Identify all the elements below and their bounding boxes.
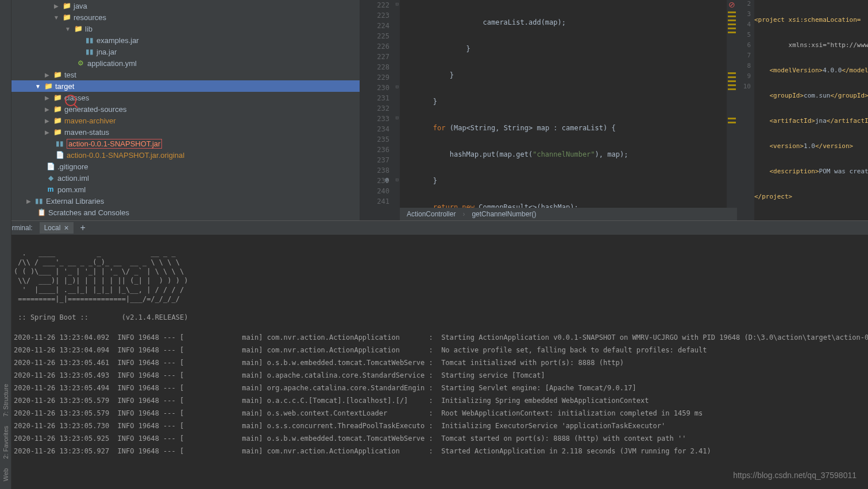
folder-icon: 📁 (53, 116, 62, 125)
tree-examples-jar[interactable]: ▮▮examples.jar (11, 34, 360, 46)
tab-favorites[interactable]: 2: Favorites (1, 422, 10, 462)
editor-minimap[interactable]: ⊘ (727, 0, 737, 220)
folder-icon: 📁 (74, 24, 83, 33)
log-line: 2020-11-26 13:23:05.461 INFO 19648 --- [… (14, 356, 866, 369)
watermark: https://blog.csdn.net/qq_37598011 (733, 471, 857, 480)
tree-action-iml[interactable]: ◆action.iml (11, 172, 360, 184)
maven-icon: m (46, 185, 55, 194)
tree-target[interactable]: ▼📁target (11, 80, 360, 92)
file-icon: 📄 (55, 150, 64, 160)
file-icon: 📄 (46, 162, 55, 171)
log-line: 2020-11-26 13:23:05.579 INFO 19648 --- [… (14, 407, 866, 420)
tree-maven-archiver[interactable]: ▶📁maven-archiver (11, 115, 360, 126)
terminal-output[interactable]: . ____ _ __ _ _ /\\ / ___'_ __ _ _(_)_ _… (0, 235, 868, 478)
folder-icon: 📁 (53, 93, 62, 102)
yml-icon: ⚙ (76, 59, 85, 68)
log-line: 2020-11-26 13:23:05.927 INFO 19648 --- [… (14, 445, 866, 457)
error-indicator-icon: ⊘ (727, 0, 737, 9)
tree-gitignore[interactable]: 📄.gitignore (11, 161, 360, 172)
terminal-panel: Terminal: Local × + . ____ _ __ _ _ /\\ … (0, 220, 868, 489)
log-line: 2020-11-26 13:23:05.730 INFO 19648 --- [… (14, 420, 866, 432)
tree-maven-status[interactable]: ▶📁maven-status (11, 126, 360, 138)
tree-resources[interactable]: ▼📁resources (11, 11, 360, 23)
log-line: 2020-11-26 13:23:04.092 INFO 19648 --- [… (14, 331, 866, 344)
xml-content[interactable]: <project xsi:schemaLocation= xmlns:xsi="… (754, 0, 868, 220)
breadcrumb-class[interactable]: ActionController (407, 210, 456, 218)
tree-classes[interactable]: ▶📁classes (11, 92, 360, 103)
folder-icon: 📁 (44, 82, 53, 91)
folder-icon: 📁 (62, 13, 71, 22)
log-line: 2020-11-26 13:23:05.493 INFO 19648 --- [… (14, 369, 866, 382)
log-line: 2020-11-26 13:23:04.094 INFO 19648 --- [… (14, 344, 866, 356)
tree-java[interactable]: ▶📁java (11, 0, 360, 11)
terminal-tab-local[interactable]: Local × (40, 222, 74, 234)
tab-structure[interactable]: 7: Structure (1, 381, 10, 420)
main-editor[interactable]: 222⊟ 223 224 225 226 227 228 229 230⊟ 23… (360, 0, 737, 220)
folder-icon: 📁 (62, 1, 71, 10)
tree-jna-jar[interactable]: ▮▮jna.jar (11, 46, 360, 57)
jar-icon: ▮▮ (85, 47, 94, 56)
chevron-right-icon: › (462, 210, 465, 218)
terminal-tabs: Terminal: Local × + (0, 221, 868, 235)
left-tool-tabs: 7: Structure 2: Favorites Web (0, 220, 11, 489)
tree-external-libs[interactable]: ▶▮▮External Libraries (11, 195, 360, 207)
tree-action-jar-original[interactable]: 📄action-0.0.1-SNAPSHOT.jar.original (11, 149, 360, 161)
left-toolbar (0, 0, 11, 220)
tree-pom-xml[interactable]: mpom.xml (11, 184, 360, 195)
jar-icon: ▮▮ (55, 139, 64, 148)
tab-web[interactable]: Web (1, 465, 10, 484)
jar-icon: ▮▮ (85, 36, 94, 45)
breadcrumb-method[interactable]: getChannelNumber() (472, 210, 536, 218)
scratch-icon: 📋 (37, 208, 46, 217)
tree-generated-sources[interactable]: ▶📁generated-sources (11, 103, 360, 115)
log-line: 2020-11-26 13:23:05.494 INFO 19648 --- [… (14, 382, 866, 394)
library-icon: ▮▮ (34, 196, 44, 205)
editor-breadcrumb[interactable]: ActionController › getChannelNumber() (400, 208, 737, 220)
close-icon[interactable]: × (64, 223, 68, 232)
tree-application-yml[interactable]: ⚙application.yml (11, 57, 360, 69)
tree-lib[interactable]: ▼📁lib (11, 23, 360, 34)
right-gutter: 2 3 4 5 6 7 8 9 10 (737, 0, 754, 220)
secondary-editor[interactable]: 2 3 4 5 6 7 8 9 10 <project xsi:schemaLo… (737, 0, 868, 220)
tree-scratches[interactable]: 📋Scratches and Consoles (11, 207, 360, 218)
folder-icon: 📁 (53, 70, 62, 79)
log-line: 2020-11-26 13:23:05.579 INFO 19648 --- [… (14, 394, 866, 407)
editor-gutter: 222⊟ 223 224 225 226 227 228 229 230⊟ 23… (360, 0, 400, 220)
code-content[interactable]: cameraList.add(map); } } } for (Map<Stri… (400, 0, 727, 220)
tree-test[interactable]: ▶📁test (11, 69, 360, 80)
folder-icon: 📁 (53, 127, 62, 137)
add-terminal-button[interactable]: + (80, 223, 86, 233)
project-tree[interactable]: ▶📁java ▼📁resources ▼📁lib ▮▮examples.jar … (11, 0, 360, 220)
folder-icon: 📁 (53, 104, 62, 114)
log-line: 2020-11-26 13:23:05.925 INFO 19648 --- [… (14, 432, 866, 445)
tree-action-jar[interactable]: ▮▮action-0.0.1-SNAPSHOT.jar (11, 138, 360, 149)
iml-icon: ◆ (46, 173, 55, 183)
